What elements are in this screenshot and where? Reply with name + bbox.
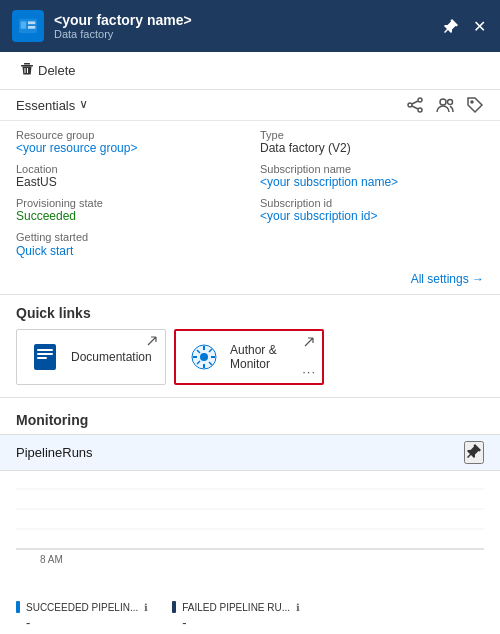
header-left: <your factory name> Data factory xyxy=(12,10,192,42)
chart-area: 8 AM xyxy=(0,471,500,601)
all-settings-button[interactable]: All settings → xyxy=(411,272,484,286)
header-actions: ✕ xyxy=(441,15,488,38)
header-title-group: <your factory name> Data factory xyxy=(54,12,192,40)
header: <your factory name> Data factory ✕ xyxy=(0,0,500,52)
quick-links-grid: Documentation xyxy=(0,329,500,397)
svg-point-11 xyxy=(440,99,446,105)
svg-rect-15 xyxy=(37,349,53,351)
author-monitor-label: Author & Monitor xyxy=(230,343,310,371)
type-field: Type Data factory (V2) xyxy=(260,129,484,155)
svg-rect-4 xyxy=(21,65,33,67)
svg-line-10 xyxy=(412,106,418,109)
succeeded-bar-icon xyxy=(16,601,20,613)
all-settings-row: All settings → xyxy=(0,268,500,295)
svg-point-13 xyxy=(471,101,473,103)
succeeded-label: SUCCEEDED PIPELIN... xyxy=(26,602,138,613)
toolbar: Delete xyxy=(0,52,500,90)
resource-group-field: Resource group <your resource group> xyxy=(16,129,240,155)
pipeline-chart xyxy=(16,479,484,569)
svg-point-6 xyxy=(418,98,422,102)
svg-rect-2 xyxy=(28,21,35,24)
pin-button[interactable] xyxy=(441,16,461,36)
header-subtitle: Data factory xyxy=(54,28,192,40)
documentation-icon xyxy=(29,341,61,373)
essentials-grid: Resource group <your resource group> Typ… xyxy=(0,121,500,268)
quick-start-link[interactable]: Quick start xyxy=(16,244,73,258)
pipeline-runs-title: PipelineRuns xyxy=(16,445,93,460)
essentials-bar: Essentials ∧ xyxy=(0,90,500,121)
type-value: Data factory (V2) xyxy=(260,141,484,155)
location-value: EastUS xyxy=(16,175,240,189)
quick-link-author-monitor[interactable]: Author & Monitor ··· xyxy=(174,329,324,385)
svg-rect-5 xyxy=(24,63,30,65)
chevron-icon: ∧ xyxy=(79,98,88,112)
pipeline-runs-bar: PipelineRuns xyxy=(0,434,500,471)
provisioning-field: Provisioning state Succeeded xyxy=(16,197,240,223)
location-field: Location EastUS xyxy=(16,163,240,189)
app-icon xyxy=(12,10,44,42)
subscription-name-value[interactable]: <your subscription name> xyxy=(260,175,484,189)
failed-bar-icon xyxy=(172,601,176,613)
close-button[interactable]: ✕ xyxy=(471,15,488,38)
provisioning-value: Succeeded xyxy=(16,209,240,223)
trash-icon xyxy=(20,62,34,79)
monitoring-header: Monitoring xyxy=(0,398,500,434)
svg-point-12 xyxy=(448,100,453,105)
failed-value: - xyxy=(172,615,300,630)
legend-item-failed: FAILED PIPELINE RU... ℹ - xyxy=(172,601,300,630)
subscription-name-field: Subscription name <your subscription nam… xyxy=(260,163,484,189)
monitoring-title: Monitoring xyxy=(16,406,484,430)
documentation-label: Documentation xyxy=(71,350,153,364)
subscription-id-value[interactable]: <your subscription id> xyxy=(260,209,484,223)
monitoring-section: Monitoring PipelineRuns 8 AM SUCCEEDED P… xyxy=(0,397,500,634)
svg-point-19 xyxy=(200,353,208,361)
quick-link-documentation[interactable]: Documentation xyxy=(16,329,166,385)
resource-group-value[interactable]: <your resource group> xyxy=(16,141,240,155)
delete-button[interactable]: Delete xyxy=(16,60,80,81)
svg-rect-3 xyxy=(28,26,35,29)
quick-links-title: Quick links xyxy=(0,295,500,329)
failed-label: FAILED PIPELINE RU... xyxy=(182,602,290,613)
header-title: <your factory name> xyxy=(54,12,192,28)
people-icon-button[interactable] xyxy=(436,96,454,114)
svg-rect-16 xyxy=(37,353,53,355)
essentials-icons xyxy=(406,96,484,114)
succeeded-value: - xyxy=(16,615,148,630)
share-icon-button[interactable] xyxy=(406,96,424,114)
failed-info-icon[interactable]: ℹ xyxy=(296,602,300,613)
essentials-label: Essentials ∧ xyxy=(16,98,88,113)
svg-point-8 xyxy=(408,103,412,107)
succeeded-info-icon[interactable]: ℹ xyxy=(144,602,148,613)
delete-label: Delete xyxy=(38,63,76,78)
legend-item-succeeded: SUCCEEDED PIPELIN... ℹ - xyxy=(16,601,148,630)
svg-rect-1 xyxy=(21,21,27,28)
tag-icon-button[interactable] xyxy=(466,96,484,114)
getting-started-field: Getting started Quick start xyxy=(16,231,240,258)
svg-point-7 xyxy=(418,108,422,112)
chart-time-label: 8 AM xyxy=(40,554,63,565)
svg-line-9 xyxy=(412,101,418,104)
quick-links-section: Quick links Documentation xyxy=(0,295,500,397)
chart-legend: SUCCEEDED PIPELIN... ℹ - FAILED PIPELINE… xyxy=(0,601,500,634)
author-monitor-menu-icon[interactable]: ··· xyxy=(302,364,316,379)
svg-rect-17 xyxy=(37,357,47,359)
author-monitor-external-icon xyxy=(304,337,314,349)
subscription-id-field: Subscription id <your subscription id> xyxy=(260,197,484,223)
author-monitor-icon xyxy=(188,341,220,373)
documentation-external-icon xyxy=(147,336,157,348)
pipeline-runs-pin-button[interactable] xyxy=(464,441,484,464)
